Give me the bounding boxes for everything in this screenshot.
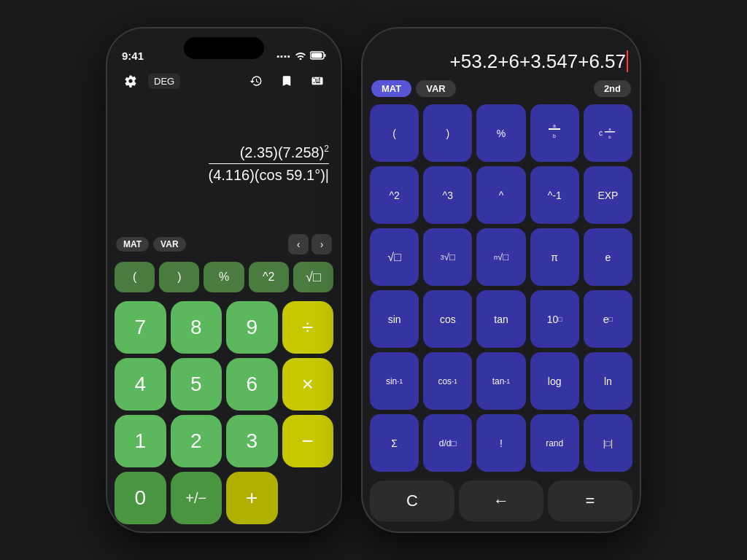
- btn-mixed-frac-r[interactable]: c a b: [584, 104, 632, 162]
- btn-add[interactable]: +: [226, 472, 278, 524]
- btn-sin-r[interactable]: sin: [370, 290, 419, 348]
- btn-div[interactable]: ÷: [282, 301, 334, 354]
- btn-clear-r[interactable]: C: [370, 481, 454, 521]
- btn-exp-r[interactable]: EXP: [584, 166, 632, 224]
- btn-pow-r[interactable]: ^: [476, 166, 525, 224]
- btn-asin-r[interactable]: sin-1: [370, 352, 419, 410]
- mat-chip-left[interactable]: MAT: [116, 237, 149, 252]
- history-button[interactable]: [244, 69, 268, 93]
- paren-close-btn[interactable]: ): [159, 262, 199, 292]
- svg-rect-2: [311, 53, 322, 58]
- signal-icon: ▪▪▪▪: [276, 52, 291, 61]
- display-expr: +53.2+6+3.547+6.57: [450, 50, 628, 72]
- btn-abs-r[interactable]: |□|: [584, 414, 632, 472]
- btn-5[interactable]: 5: [171, 358, 222, 411]
- btn-cube-r[interactable]: ^3: [423, 166, 472, 224]
- btn-mul[interactable]: ×: [282, 358, 334, 411]
- keyboard-button[interactable]: [306, 69, 329, 93]
- dynamic-island-left: [184, 37, 264, 59]
- battery-icon: [310, 50, 326, 62]
- toolbar-left: DEG: [107, 66, 341, 96]
- status-icons-left: ▪▪▪▪: [276, 50, 326, 62]
- sqrt-btn[interactable]: √□: [293, 262, 333, 292]
- svg-rect-3: [549, 128, 560, 130]
- var-chip-left[interactable]: VAR: [153, 237, 185, 252]
- btn-atan-r[interactable]: tan-1: [476, 352, 525, 410]
- svg-rect-7: [605, 131, 615, 133]
- btn-ln-r[interactable]: ln: [584, 352, 632, 410]
- display-left: (2.35)(7.258)2 (4.116)(cos 59.1°)|: [107, 96, 341, 231]
- percent-btn[interactable]: %: [204, 262, 244, 292]
- settings-button[interactable]: [119, 69, 142, 93]
- btn-sq-r[interactable]: ^2: [370, 166, 419, 224]
- toolbar-right-group: [244, 69, 329, 93]
- right-phone: +53.2+6+3.547+6.57 MAT VAR 2nd ( ) % a b…: [363, 28, 640, 532]
- left-phone: 9:41 ▪▪▪▪ DE: [107, 28, 341, 532]
- btn-cos-r[interactable]: cos: [423, 290, 472, 348]
- display-right: +53.2+6+3.547+6.57: [363, 43, 640, 77]
- bookmark-button[interactable]: [275, 69, 298, 93]
- svg-text:c: c: [599, 129, 603, 137]
- btn-deriv-r[interactable]: d/d□: [423, 414, 472, 472]
- btn-plusminus[interactable]: +/−: [171, 472, 222, 524]
- btn-acos-r[interactable]: cos-1: [423, 352, 472, 410]
- btn-log-r[interactable]: log: [530, 352, 579, 410]
- svg-text:b: b: [553, 133, 556, 139]
- btn-7[interactable]: 7: [115, 301, 166, 354]
- btn-sigma-r[interactable]: Σ: [370, 414, 419, 472]
- mat-var-chips-right: MAT VAR: [371, 80, 456, 97]
- second-btn[interactable]: 2nd: [594, 80, 631, 97]
- wifi-icon: [295, 50, 306, 62]
- numerator: (2.35)(7.258)2: [209, 143, 330, 164]
- btn-fraction-r[interactable]: a b: [530, 104, 579, 162]
- bottom-row-right: C ← =: [363, 476, 640, 532]
- arrow-left-btn[interactable]: ‹: [288, 234, 309, 254]
- var-chip-right[interactable]: VAR: [416, 80, 455, 97]
- sci-row-left: ( ) % ^2 √□: [107, 257, 341, 297]
- svg-text:b: b: [609, 135, 612, 139]
- btn-1[interactable]: 1: [115, 415, 166, 467]
- btn-2[interactable]: 2: [171, 415, 222, 467]
- btn-pi-r[interactable]: π: [530, 228, 579, 286]
- btn-rand-r[interactable]: rand: [530, 414, 579, 472]
- status-bar-right: [363, 28, 640, 43]
- btn-3[interactable]: 3: [226, 415, 278, 467]
- btn-open-paren-r[interactable]: (: [370, 104, 419, 162]
- mat-chip-right[interactable]: MAT: [371, 80, 411, 97]
- btn-sub[interactable]: −: [282, 415, 334, 467]
- numpad-left: 7 8 9 ÷ 4 5 6 × 1 2 3 − 0 +/− +: [107, 297, 341, 532]
- btn-8[interactable]: 8: [171, 301, 222, 354]
- cursor: [626, 50, 628, 72]
- btn-10x-r[interactable]: 10□: [530, 290, 579, 348]
- paren-open-btn[interactable]: (: [115, 262, 155, 292]
- btn-0[interactable]: 0: [115, 472, 166, 524]
- btn-inv-r[interactable]: ^-1: [530, 166, 579, 224]
- svg-text:a: a: [609, 127, 612, 131]
- squared-btn[interactable]: ^2: [249, 262, 289, 292]
- deg-badge[interactable]: DEG: [148, 74, 180, 89]
- svg-text:a: a: [553, 125, 556, 128]
- mat-var-chips-left: MAT VAR: [116, 237, 186, 252]
- sci-grid-right: ( ) % a b c a b ^2 ^3 ^ ^-1 EXP √□ 3√□ n…: [363, 100, 640, 476]
- btn-6[interactable]: 6: [226, 358, 278, 411]
- btn-e-r[interactable]: e: [584, 228, 632, 286]
- arrow-right-btn[interactable]: ›: [311, 234, 332, 254]
- btn-sqrt-r[interactable]: √□: [370, 228, 419, 286]
- btn-tan-r[interactable]: tan: [476, 290, 525, 348]
- expression-fraction: (2.35)(7.258)2 (4.116)(cos 59.1°)|: [209, 143, 330, 184]
- btn-4[interactable]: 4: [115, 358, 166, 411]
- btn-close-paren-r[interactable]: ): [423, 104, 472, 162]
- btn-percent-r[interactable]: %: [476, 104, 525, 162]
- mat-var-row-right: MAT VAR 2nd: [363, 77, 640, 100]
- btn-equals-r[interactable]: =: [548, 481, 632, 521]
- btn-9[interactable]: 9: [226, 301, 278, 354]
- btn-backspace-r[interactable]: ←: [459, 481, 543, 521]
- btn-factorial-r[interactable]: !: [476, 414, 525, 472]
- btn-cbrt-r[interactable]: 3√□: [423, 228, 472, 286]
- btn-ex-r[interactable]: e□: [584, 290, 632, 348]
- btn-nrt-r[interactable]: n√□: [476, 228, 525, 286]
- nav-arrows: ‹ ›: [288, 234, 332, 254]
- svg-rect-1: [325, 54, 326, 57]
- time-left: 9:41: [122, 50, 144, 62]
- denominator: (4.116)(cos 59.1°)|: [209, 166, 330, 184]
